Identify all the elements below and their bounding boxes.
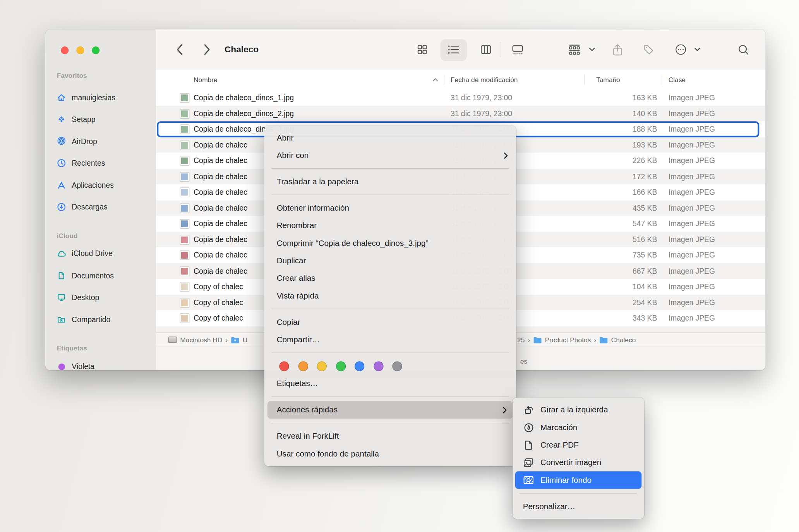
table-row[interactable]: Copia de chaleco_dinos_2.jpg 31 dic 1979…: [156, 106, 766, 122]
window-title: Chaleco: [225, 29, 259, 70]
group-by-chevron-down-icon[interactable]: [587, 39, 597, 60]
submenu-item-crear-pdf[interactable]: Crear PDF: [513, 436, 644, 454]
violet-tag-dot-icon: [57, 362, 66, 371]
menu-divider: [271, 168, 509, 169]
menu-divider: [520, 493, 637, 493]
group-by-button[interactable]: [567, 39, 581, 60]
menu-item-comprimir[interactable]: Comprimir “Copia de chaleco_dinos_3.jpg”: [264, 234, 516, 252]
column-view-button[interactable]: [478, 39, 493, 60]
menu-item-usar-fondo-pantalla[interactable]: Usar como fondo de pantalla: [264, 445, 516, 462]
sidebar-item-recientes[interactable]: Recientes: [57, 154, 151, 172]
menu-item-renombrar[interactable]: Renombrar: [264, 217, 516, 234]
tag-color-blue[interactable]: [355, 361, 364, 371]
menu-item-abrir[interactable]: Abrir: [264, 129, 516, 146]
sidebar-item-label: Descargas: [72, 203, 107, 211]
submenu-item-personalizar[interactable]: Personalizar…: [513, 498, 644, 515]
sidebar-item-documentos[interactable]: Documentos: [57, 266, 151, 285]
hard-disk-icon: [168, 336, 177, 343]
more-options-chevron-down-icon[interactable]: [693, 39, 702, 60]
sidebar-item-label: Documentos: [72, 271, 114, 280]
tag-color-red[interactable]: [279, 361, 289, 371]
rotate-left-icon: [523, 405, 534, 415]
path-separator: ›: [528, 336, 530, 343]
convert-image-icon: [523, 458, 534, 467]
menu-item-compartir[interactable]: Compartir…: [264, 331, 516, 348]
sidebar-item-airdrop[interactable]: AirDrop: [57, 132, 151, 151]
tag-color-row: [264, 357, 516, 375]
chevron-right-icon: [504, 152, 508, 159]
path-segment-volume[interactable]: Macintosh HD › U: [168, 333, 247, 347]
menu-item-duplicar[interactable]: Duplicar: [264, 252, 516, 269]
back-button[interactable]: [171, 39, 187, 60]
gallery-view-button[interactable]: [511, 39, 525, 60]
tag-icon-button[interactable]: [641, 39, 655, 60]
table-row[interactable]: Copia de chaleco_dinos_1.jpg 31 dic 1979…: [156, 90, 766, 106]
sidebar-item-icloud-drive[interactable]: iCloud Drive: [57, 244, 151, 263]
search-icon[interactable]: [736, 39, 750, 60]
toolbar-separator: [501, 42, 501, 57]
path-separator: ›: [225, 336, 228, 343]
markup-pen-icon: [523, 422, 534, 432]
submenu-item-convertir-imagen[interactable]: Convertir imagen: [513, 454, 644, 471]
tag-color-yellow[interactable]: [317, 361, 327, 371]
icon-view-button[interactable]: [415, 39, 429, 60]
tag-color-green[interactable]: [336, 361, 345, 371]
menu-item-obtener-informacion[interactable]: Obtener información: [264, 199, 516, 217]
path-segment-tail[interactable]: 25 › Product Photos › Chaleco: [517, 333, 636, 347]
menu-item-reveal-forklift[interactable]: Reveal in ForkLift: [264, 427, 516, 445]
menu-item-crear-alias[interactable]: Crear alias: [264, 269, 516, 287]
tag-color-purple[interactable]: [374, 361, 383, 371]
sidebar-item-aplicaciones[interactable]: Aplicaciones: [57, 176, 151, 195]
menu-item-copiar[interactable]: Copiar: [264, 313, 516, 331]
zoom-window-button[interactable]: [92, 46, 99, 54]
list-view-button[interactable]: [446, 39, 461, 60]
menu-item-vista-rapida[interactable]: Vista rápida: [264, 287, 516, 304]
sidebar-item-compartido[interactable]: Compartido: [57, 310, 151, 329]
tag-color-gray[interactable]: [392, 361, 402, 371]
path-segment-user-fragment: U: [243, 336, 248, 343]
app-store-icon: [57, 181, 66, 190]
column-header-clase[interactable]: Clase: [669, 70, 686, 90]
column-header-fecha[interactable]: Fecha de modificación: [451, 70, 518, 90]
column-divider[interactable]: [444, 75, 444, 84]
sidebar-item-manuiglesias[interactable]: manuiglesias: [57, 88, 151, 107]
shared-folder-icon: [57, 315, 66, 324]
file-thumbnail-icon: [180, 124, 189, 134]
sidebar-section-etiquetas: Etiquetas: [57, 343, 87, 353]
menu-item-acciones-rapidas[interactable]: Acciones rápidas: [267, 401, 513, 419]
sort-ascending-icon[interactable]: [432, 70, 441, 90]
more-options-button[interactable]: [674, 39, 688, 60]
file-thumbnail-icon: [180, 203, 189, 213]
remove-background-icon: [523, 476, 534, 484]
forward-button[interactable]: [199, 39, 215, 60]
file-thumbnail-icon: [180, 156, 189, 166]
column-divider[interactable]: [584, 75, 585, 84]
column-header-nombre[interactable]: Nombre: [194, 70, 218, 90]
menu-item-trasladar-papelera[interactable]: Trasladar a la papelera: [264, 173, 516, 190]
file-thumbnail-icon: [180, 313, 189, 323]
file-thumbnail-icon: [180, 172, 189, 181]
sidebar-item-setapp[interactable]: Setapp: [57, 110, 151, 129]
column-header-tamano[interactable]: Tamaño: [596, 70, 620, 90]
column-divider[interactable]: [662, 75, 662, 84]
menu-divider: [271, 195, 509, 195]
chevron-right-icon: [503, 407, 507, 413]
airdrop-icon: [57, 137, 66, 146]
submenu-item-marcacion[interactable]: Marcación: [513, 419, 644, 436]
minimize-window-button[interactable]: [76, 46, 84, 54]
submenu-item-eliminar-fondo[interactable]: Eliminar fondo: [515, 471, 642, 489]
tag-color-orange[interactable]: [298, 361, 308, 371]
menu-item-abrir-con[interactable]: Abrir con: [264, 147, 516, 164]
share-button[interactable]: [610, 39, 624, 60]
desktop: Favoritos manuiglesias Setapp AirDrop: [0, 0, 799, 532]
document-icon: [57, 271, 66, 280]
sidebar-item-violeta[interactable]: Violeta: [57, 357, 151, 376]
menu-item-etiquetas[interactable]: Etiquetas…: [264, 375, 516, 392]
status-text-fragment: es: [520, 357, 527, 365]
download-circle-icon: [57, 203, 66, 212]
submenu-item-girar-izquierda[interactable]: Girar a la izquierda: [513, 401, 644, 419]
file-thumbnail-icon: [180, 251, 189, 260]
close-window-button[interactable]: [61, 46, 69, 54]
sidebar-item-desktop[interactable]: Desktop: [57, 288, 151, 307]
sidebar-item-descargas[interactable]: Descargas: [57, 198, 151, 216]
